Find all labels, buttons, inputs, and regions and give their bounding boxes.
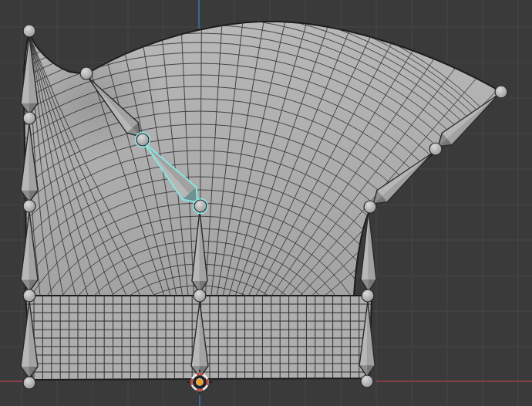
bone-joint[interactable] — [23, 112, 35, 124]
blender-3d-viewport[interactable] — [0, 0, 532, 406]
bone-joint-selected[interactable] — [136, 133, 150, 147]
bone-joint-selected[interactable] — [194, 199, 208, 214]
bone-joint[interactable] — [194, 289, 206, 302]
bone-joint[interactable] — [495, 86, 507, 98]
bone-joint[interactable] — [23, 377, 35, 389]
bone-joint[interactable] — [429, 143, 442, 155]
bone-joint[interactable] — [364, 201, 376, 213]
origin-dot — [197, 379, 203, 385]
bone-joint[interactable] — [80, 67, 93, 80]
bone-joint[interactable] — [23, 25, 35, 37]
bone-joint[interactable] — [362, 289, 374, 302]
bone-joint[interactable] — [23, 289, 35, 302]
bone-joint[interactable] — [23, 200, 35, 212]
viewport-canvas[interactable] — [0, 0, 532, 406]
bone-joint[interactable] — [361, 375, 373, 387]
